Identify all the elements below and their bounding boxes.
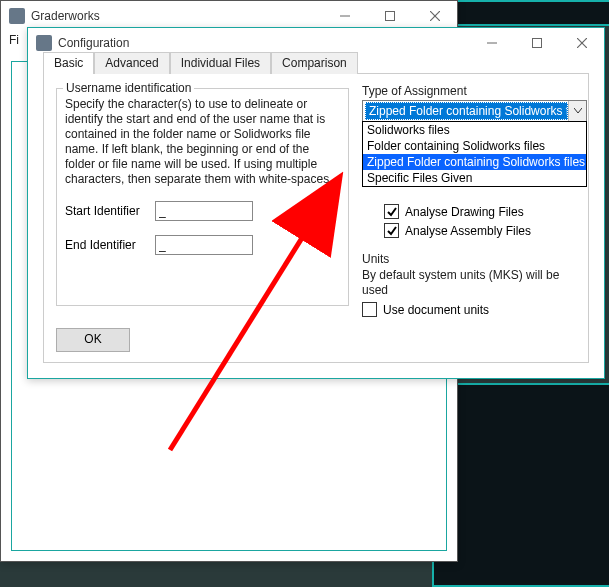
minimize-button[interactable] bbox=[469, 28, 514, 58]
assignment-combo[interactable]: Zipped Folder containing Solidworks file… bbox=[362, 100, 587, 122]
end-identifier-label: End Identifier bbox=[65, 238, 155, 252]
configuration-dialog: Configuration Basic Advanced Individual … bbox=[27, 27, 605, 379]
end-identifier-input[interactable] bbox=[155, 235, 253, 255]
assignment-dropdown: Solidworks files Folder containing Solid… bbox=[362, 121, 587, 187]
bg-teal-strip-top bbox=[448, 0, 609, 26]
assignment-option[interactable]: Specific Files Given bbox=[363, 170, 586, 186]
dialog-icon bbox=[36, 35, 52, 51]
units-legend: Units bbox=[362, 252, 587, 266]
close-button[interactable] bbox=[559, 28, 604, 58]
bg-teal-panel bbox=[432, 383, 609, 587]
graderworks-title: Graderworks bbox=[31, 9, 100, 23]
tab-comparison[interactable]: Comparison bbox=[271, 52, 358, 74]
analyse-drawing-label: Analyse Drawing Files bbox=[405, 205, 524, 219]
svg-rect-5 bbox=[532, 39, 541, 48]
assignment-selected: Zipped Folder containing Solidworks file… bbox=[365, 102, 568, 120]
svg-rect-1 bbox=[385, 12, 394, 21]
analyse-assembly-checkbox[interactable]: Analyse Assembly Files bbox=[384, 223, 587, 238]
checkbox-icon bbox=[384, 223, 399, 238]
app-icon bbox=[9, 8, 25, 24]
start-identifier-label: Start Identifier bbox=[65, 204, 155, 218]
username-desc: Specify the character(s) to use to delin… bbox=[65, 97, 340, 187]
analyse-drawing-checkbox[interactable]: Analyse Drawing Files bbox=[384, 204, 587, 219]
assignment-option[interactable]: Zipped Folder containing Solidworks file… bbox=[363, 154, 586, 170]
assignment-option[interactable]: Solidworks files bbox=[363, 122, 586, 138]
username-group: Username identification Specify the char… bbox=[56, 88, 349, 306]
tab-strip: Basic Advanced Individual Files Comparis… bbox=[43, 52, 358, 74]
assignment-section: Type of Assignment Zipped Folder contain… bbox=[362, 84, 587, 321]
maximize-button[interactable] bbox=[514, 28, 559, 58]
ok-button[interactable]: OK bbox=[56, 328, 130, 352]
assignment-legend: Type of Assignment bbox=[362, 84, 587, 98]
chevron-down-icon[interactable] bbox=[568, 101, 586, 121]
use-document-units-checkbox[interactable]: Use document units bbox=[362, 302, 587, 317]
analyse-assembly-label: Analyse Assembly Files bbox=[405, 224, 531, 238]
tab-individual-files[interactable]: Individual Files bbox=[170, 52, 271, 74]
tab-advanced[interactable]: Advanced bbox=[94, 52, 169, 74]
units-desc: By default system units (MKS) will be us… bbox=[362, 268, 587, 298]
checkbox-icon bbox=[384, 204, 399, 219]
assignment-option[interactable]: Folder containing Solidworks files bbox=[363, 138, 586, 154]
tab-container: Basic Advanced Individual Files Comparis… bbox=[43, 73, 589, 363]
tab-basic[interactable]: Basic bbox=[43, 52, 94, 74]
start-identifier-input[interactable] bbox=[155, 201, 253, 221]
configuration-title: Configuration bbox=[58, 36, 129, 50]
checkbox-icon bbox=[362, 302, 377, 317]
username-legend: Username identification bbox=[63, 81, 194, 95]
use-document-units-label: Use document units bbox=[383, 303, 489, 317]
